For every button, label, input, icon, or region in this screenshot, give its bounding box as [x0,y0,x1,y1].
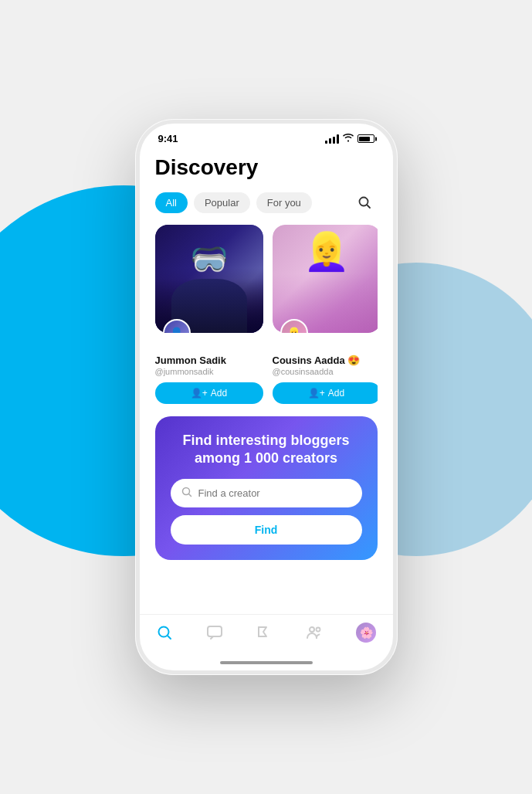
svg-rect-6 [208,626,222,636]
creator-name-2: Cousins Aadda 😍 [273,355,378,366]
wifi-icon [343,134,354,144]
creator-card: 🥽 👤 Jummon Sadik @jummonsadik [155,225,263,404]
search-icon [357,195,371,209]
flag-nav-icon [256,624,273,641]
filter-tab-popular[interactable]: Popular [194,192,250,213]
phone-frame: 9:41 [135,119,398,675]
header-search-button[interactable] [351,189,378,215]
find-search-icon [181,487,192,500]
svg-point-0 [359,198,368,206]
status-time: 9:41 [158,133,178,144]
nav-profile-avatar: 🌸 [356,623,376,643]
creator-image-2: 👱‍♀️ [273,225,378,333]
nav-item-messages[interactable] [206,624,223,641]
svg-line-1 [367,205,370,209]
creators-section: 🥽 👤 Jummon Sadik @jummonsadik [140,225,393,404]
filter-tabs: All Popular For you [155,192,345,213]
find-button[interactable]: Find [171,515,362,545]
nav-item-search[interactable] [156,624,173,641]
status-icons [325,134,374,144]
creator-name-1: Jummon Sadik [155,355,263,366]
nav-item-notifications[interactable] [256,624,273,641]
creator-card: 👱‍♀️ 👱‍♀️ Cousins Aadda 😍 @cousinsaadda [273,225,378,404]
find-input-wrap [171,479,362,507]
home-indicator [140,655,393,670]
find-section: Find interesting bloggers among 1 000 cr… [155,416,378,560]
status-bar: 9:41 [140,124,393,149]
svg-point-8 [310,627,314,632]
phone-screen: 9:41 [140,124,393,670]
chat-nav-icon [206,624,223,641]
nav-item-profile[interactable]: 🌸 [356,623,376,643]
add-user-icon: 👤+ [308,388,325,399]
add-button-2[interactable]: 👤+ Add [273,382,378,404]
battery-icon [357,134,374,143]
signal-bars-icon [325,134,339,144]
find-creator-input[interactable] [198,487,351,499]
creator-handle-1: @jummonsadik [155,367,263,376]
filter-row: All Popular For you [155,189,378,215]
svg-point-9 [317,628,320,632]
add-user-icon: 👤+ [191,388,208,399]
filter-tab-foryou[interactable]: For you [256,192,312,213]
content-area: Discovery All Popular For you [140,149,393,670]
page-title: Discovery [155,155,378,180]
phone-outer: 9:41 [135,119,398,675]
creator-handle-2: @cousinsaadda [273,367,378,376]
svg-line-3 [188,494,191,496]
filter-tab-all[interactable]: All [155,192,188,213]
find-title: Find interesting bloggers among 1 000 cr… [171,432,362,468]
bottom-nav: 🌸 [140,614,393,655]
svg-line-5 [168,636,171,639]
search-nav-icon [156,624,173,641]
creator-image-1: 🥽 [155,225,263,333]
creators-scroll: 🥽 👤 Jummon Sadik @jummonsadik [155,225,378,404]
nav-item-people[interactable] [306,624,323,641]
add-button-1[interactable]: 👤+ Add [155,382,263,404]
page-header: Discovery All Popular For you [140,149,393,225]
people-nav-icon [306,624,323,641]
